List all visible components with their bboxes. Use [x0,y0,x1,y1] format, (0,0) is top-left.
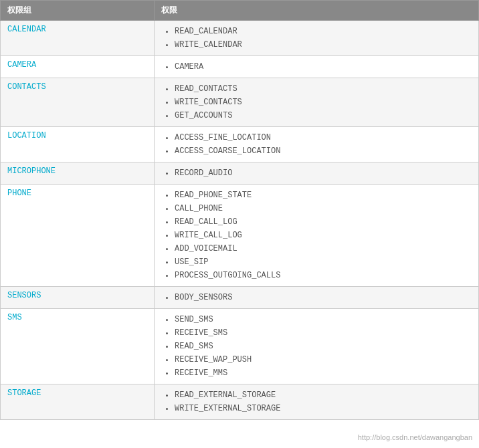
permission-item: RECORD_AUDIO [175,166,472,180]
permission-item: RECEIVE_SMS [175,326,472,340]
column-header-group: 权限组 [1,1,155,21]
table-row: MICROPHONERECORD_AUDIO [1,162,479,185]
permission-list-cell: RECORD_AUDIO [155,162,479,185]
permission-group-cell: PHONE [1,185,155,287]
permission-item: ACCESS_FINE_LOCATION [175,131,472,144]
table-row: CALENDARREAD_CALENDARWRITE_CALENDAR [1,21,479,56]
permission-group-cell: CALENDAR [1,21,155,56]
permission-item: READ_CONTACTS [175,82,472,96]
permission-item: WRITE_CALL_LOG [175,229,472,242]
permission-list-cell: ACCESS_FINE_LOCATIONACCESS_COARSE_LOCATI… [155,127,479,162]
permission-item: BODY_SENSORS [175,291,472,304]
permission-item: ACCESS_COARSE_LOCATION [175,144,472,158]
column-header-permission: 权限 [155,1,479,21]
permission-item: GET_ACCOUNTS [175,109,472,122]
permission-item: READ_PHONE_STATE [175,189,472,202]
permission-list-cell: CAMERA [155,56,479,78]
permission-item: SEND_SMS [175,313,472,326]
table-row: LOCATIONACCESS_FINE_LOCATIONACCESS_COARS… [1,127,479,162]
permission-item: WRITE_CALENDAR [175,38,472,51]
table-row: CAMERACAMERA [1,56,479,78]
permission-group-cell: SMS [1,309,155,384]
permission-item: READ_SMS [175,340,472,353]
permission-item: WRITE_EXTERNAL_STORAGE [175,402,472,415]
permission-item: READ_EXTERNAL_STORAGE [175,388,472,402]
permission-group-cell: SENSORS [1,287,155,309]
permission-list-cell: READ_CALENDARWRITE_CALENDAR [155,21,479,56]
permission-item: RECEIVE_MMS [175,366,472,380]
permission-item: PROCESS_OUTGOING_CALLS [175,269,472,282]
permission-list-cell: READ_CONTACTSWRITE_CONTACTSGET_ACCOUNTS [155,78,479,127]
permission-item: RECEIVE_WAP_PUSH [175,353,472,366]
permission-item: USE_SIP [175,255,472,269]
table-row: STORAGEREAD_EXTERNAL_STORAGEWRITE_EXTERN… [1,384,479,420]
permission-list-cell: BODY_SENSORS [155,287,479,309]
permission-list-cell: READ_PHONE_STATECALL_PHONEREAD_CALL_LOGW… [155,185,479,287]
permission-list-cell: SEND_SMSRECEIVE_SMSREAD_SMSRECEIVE_WAP_P… [155,309,479,384]
permission-item: ADD_VOICEMAIL [175,242,472,255]
permission-group-cell: CAMERA [1,56,155,78]
permission-group-cell: CONTACTS [1,78,155,127]
table-row: PHONEREAD_PHONE_STATECALL_PHONEREAD_CALL… [1,185,479,287]
permissions-table: 权限组 权限 CALENDARREAD_CALENDARWRITE_CALEND… [0,0,479,420]
table-row: SMSSEND_SMSRECEIVE_SMSREAD_SMSRECEIVE_WA… [1,309,479,384]
permission-group-cell: LOCATION [1,127,155,162]
permission-list-cell: READ_EXTERNAL_STORAGEWRITE_EXTERNAL_STOR… [155,384,479,420]
table-row: CONTACTSREAD_CONTACTSWRITE_CONTACTSGET_A… [1,78,479,127]
permission-group-cell: STORAGE [1,384,155,420]
permission-item: CALL_PHONE [175,202,472,215]
permission-item: READ_CALENDAR [175,25,472,38]
table-row: SENSORSBODY_SENSORS [1,287,479,309]
permission-item: READ_CALL_LOG [175,215,472,229]
permission-item: WRITE_CONTACTS [175,96,472,109]
permission-group-cell: MICROPHONE [1,162,155,185]
permission-item: CAMERA [175,60,472,74]
